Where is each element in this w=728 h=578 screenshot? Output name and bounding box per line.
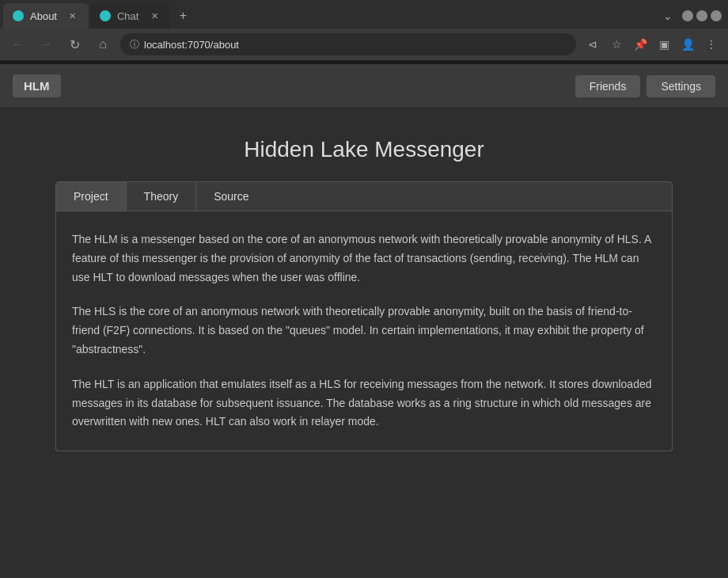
new-tab-button[interactable]: + — [172, 5, 194, 27]
tab-chat[interactable]: Chat ✕ — [90, 3, 170, 29]
page-content: Hidden Lake Messenger Project Theory Sou… — [24, 108, 704, 467]
app-container: HLM Friends Settings Hidden Lake Messeng… — [0, 64, 728, 578]
tab-bar: About ✕ Chat ✕ + ⌄ — [0, 0, 728, 29]
pin-icon[interactable]: 📌 — [630, 34, 650, 55]
address-bar: ← → ↻ ⌂ ⓘ localhost:7070/about ⊲ ☆ 📌 ▣ 👤… — [0, 29, 728, 60]
tab-favicon-about — [13, 10, 24, 21]
app-brand[interactable]: HLM — [13, 74, 61, 97]
content-tabs: Project Theory Source — [55, 181, 673, 211]
tab-controls: ⌄ — [657, 5, 728, 27]
tab-close-chat[interactable]: ✕ — [148, 10, 161, 22]
browser-chrome: About ✕ Chat ✕ + ⌄ ← → ↻ ⌂ ⓘ localhost:7… — [0, 0, 728, 61]
tab-close-about[interactable]: ✕ — [66, 10, 79, 22]
share-icon[interactable]: ⊲ — [582, 34, 603, 55]
paragraph-2: The HLS is the core of an anonymous netw… — [72, 302, 656, 359]
tab-project[interactable]: Project — [56, 182, 127, 211]
address-url-text: localhost:7070/about — [144, 39, 567, 51]
window-close-button[interactable] — [711, 10, 722, 21]
address-actions: ⊲ ☆ 📌 ▣ 👤 ⋮ — [582, 34, 722, 55]
tab-about[interactable]: About ✕ — [3, 3, 89, 29]
content-box: The HLM is a messenger based on the core… — [55, 211, 673, 451]
home-button[interactable]: ⌂ — [92, 33, 114, 55]
tab-source[interactable]: Source — [196, 182, 266, 211]
bookmark-icon[interactable]: ☆ — [606, 34, 627, 55]
menu-icon[interactable]: ⋮ — [701, 34, 722, 55]
address-bar-input[interactable]: ⓘ localhost:7070/about — [120, 33, 576, 55]
app-navbar: HLM Friends Settings — [0, 64, 728, 108]
window-minimize-button[interactable] — [682, 10, 693, 21]
settings-button[interactable]: Settings — [646, 75, 715, 97]
address-lock-icon: ⓘ — [130, 38, 139, 51]
forward-button[interactable]: → — [35, 33, 57, 55]
paragraph-3: The HLT is an application that emulates … — [72, 375, 656, 432]
back-button[interactable]: ← — [6, 33, 28, 55]
app-nav-actions: Friends Settings — [575, 75, 715, 97]
tab-overflow-button[interactable]: ⌄ — [657, 5, 679, 27]
tab-label-about: About — [30, 10, 57, 22]
tab-theory[interactable]: Theory — [127, 182, 197, 211]
profile-icon[interactable]: 👤 — [677, 34, 698, 55]
reload-button[interactable]: ↻ — [63, 33, 85, 55]
tab-favicon-chat — [100, 10, 111, 21]
page-title: Hidden Lake Messenger — [55, 137, 673, 162]
split-view-icon[interactable]: ▣ — [654, 34, 674, 55]
friends-button[interactable]: Friends — [575, 75, 641, 97]
tab-label-chat: Chat — [117, 10, 138, 22]
paragraph-1: The HLM is a messenger based on the core… — [72, 230, 656, 287]
window-restore-button[interactable] — [696, 10, 707, 21]
